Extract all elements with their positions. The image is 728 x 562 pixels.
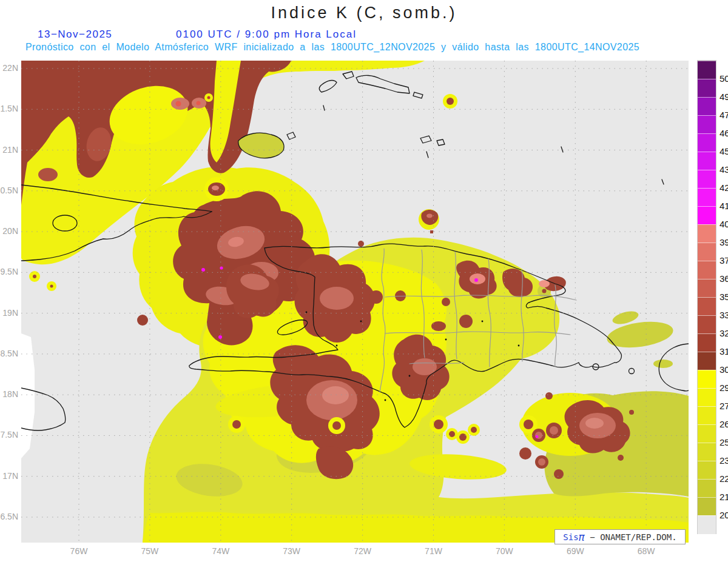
colorbar-box [698, 333, 716, 352]
colorbar-tick-label: 33.9 [720, 310, 728, 320]
colorbar-box [698, 479, 716, 498]
colorbar-tick-label: 31.3 [720, 346, 728, 356]
colorbar-tick-label: 36.5 [720, 273, 728, 284]
colorbar-box [698, 97, 716, 116]
lat-axis-label: 22N [0, 63, 18, 73]
colorbar-box [698, 261, 716, 279]
lat-axis-label: 20N [0, 226, 18, 236]
lon-axis-label: 68W [631, 546, 661, 556]
colorbar-box [698, 79, 716, 98]
colorbar-box [698, 388, 716, 407]
lat-axis-label: 8.5N [0, 349, 18, 358]
colorbar-tick-label: 30 [720, 364, 728, 375]
colorbar-box [698, 315, 716, 334]
map-canvas [21, 61, 689, 543]
lat-axis-label: 21N [0, 145, 18, 155]
colorbar-tick-label: 22.6 [720, 473, 728, 484]
watermark-pi-icon: π [579, 533, 585, 541]
lon-axis-label: 71W [419, 546, 449, 556]
colorbar-box [698, 279, 716, 298]
watermark: Sis π − ONAMET/REP.DOM. [554, 529, 686, 544]
colorbar-box [698, 224, 716, 243]
colorbar-tick-label: 40 [720, 219, 728, 229]
colorbar-box [698, 206, 716, 225]
colorbar-box [698, 133, 716, 152]
lon-axis-label: 72W [348, 546, 378, 556]
colorbar-box [698, 406, 716, 425]
colorbar-tick-label: 45.2 [720, 146, 728, 156]
lat-axis-label: 7.5N [0, 430, 18, 440]
colorbar-box [698, 370, 716, 389]
lat-axis-label: 1.5N [0, 104, 18, 113]
colorbar-tick-label: 42.6 [720, 182, 728, 193]
colorbar-box [698, 188, 716, 207]
colorbar-box [698, 115, 716, 134]
colorbar-tick-label: 21.3 [720, 492, 728, 502]
lat-axis-label: 6.5N [0, 512, 18, 521]
date-label: 13−Nov−2025 [38, 28, 112, 41]
colorbar-tick-label: 32.6 [720, 328, 728, 338]
lon-axis-label: 73W [277, 546, 307, 556]
colorbar: 5049.147.846.545.243.942.641.34039.137.8… [698, 61, 716, 534]
colorbar-tick-label: 26.5 [720, 419, 728, 429]
colorbar-box [698, 152, 716, 170]
lon-axis-label: 69W [560, 546, 590, 556]
colorbar-tick-label: 23.9 [720, 455, 728, 466]
contour-layer [21, 61, 689, 543]
colorbar-box [698, 497, 716, 516]
colorbar-tick-label: 35.2 [720, 292, 728, 302]
colorbar-box [698, 297, 716, 316]
colorbar-box [698, 443, 716, 461]
weather-map [21, 61, 689, 543]
colorbar-box [698, 461, 716, 480]
colorbar-box [698, 352, 716, 370]
page-title: Indice K (C, somb.) [0, 4, 728, 22]
lon-axis-label: 75W [135, 546, 165, 556]
screenshot-root: Indice K (C, somb.) 13−Nov−2025 0100 UTC… [0, 0, 728, 562]
lat-axis-label: 9.5N [0, 267, 18, 276]
colorbar-tick-label: 47.8 [720, 110, 728, 120]
colorbar-box [698, 515, 716, 534]
lat-axis-label: 17N [0, 471, 18, 481]
lon-axis-label: 70W [489, 546, 519, 556]
colorbar-box [698, 170, 716, 189]
colorbar-tick-label: 43.9 [720, 164, 728, 175]
colorbar-tick-label: 50 [720, 73, 728, 84]
colorbar-tick-label: 41.3 [720, 201, 728, 211]
lon-axis-label: 76W [64, 546, 94, 556]
colorbar-box [698, 424, 716, 443]
colorbar-tick-label: 20 [720, 510, 728, 520]
colorbar-tick-label: 49.1 [720, 92, 728, 102]
colorbar-box [698, 61, 716, 79]
watermark-org: − ONAMET/REP.DOM. [585, 532, 677, 542]
colorbar-tick-label: 29.1 [720, 383, 728, 393]
colorbar-tick-label: 27.8 [720, 401, 728, 411]
lat-axis-label: 0.5N [0, 186, 18, 195]
time-label: 0100 UTC / 9:00 pm Hora Local [176, 28, 357, 41]
lat-axis-label: 19N [0, 308, 18, 318]
colorbar-tick-label: 39.1 [720, 237, 728, 247]
watermark-app-name: Sis [563, 532, 578, 542]
colorbar-tick-label: 25.2 [720, 437, 728, 447]
lat-axis-label: 18N [0, 389, 18, 399]
colorbar-tick-label: 37.8 [720, 255, 728, 266]
forecast-label: Pronóstico con el Modelo Atmósferico WRF… [25, 42, 699, 53]
colorbar-box [698, 243, 716, 261]
colorbar-tick-label: 46.5 [720, 128, 728, 138]
lon-axis-label: 74W [206, 546, 236, 556]
